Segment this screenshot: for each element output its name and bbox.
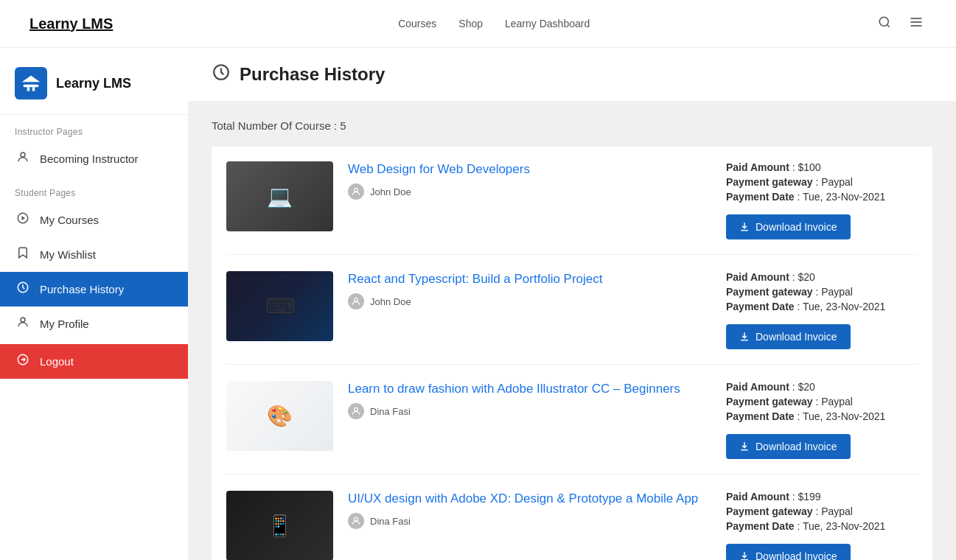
course-info: Web Design for Web Developers John Doe xyxy=(348,161,711,239)
svg-rect-7 xyxy=(27,87,30,91)
course-info: UI/UX design with Adobe XD: Design & Pro… xyxy=(348,491,711,560)
play-icon xyxy=(15,211,31,228)
svg-rect-5 xyxy=(24,85,39,88)
payment-gateway-line: Payment gateway : Paypal xyxy=(726,505,918,517)
svg-point-9 xyxy=(21,153,25,157)
svg-point-19 xyxy=(355,517,358,521)
courses-list: 💻 Web Design for Web Developers John Doe… xyxy=(212,147,932,560)
top-nav-logo[interactable]: Learny LMS xyxy=(29,15,113,32)
my-courses-label: My Courses xyxy=(40,214,99,226)
course-title[interactable]: React and Typescript: Build a Portfolio … xyxy=(348,271,711,287)
svg-marker-11 xyxy=(22,216,26,220)
author-name: Dina Fasi xyxy=(370,516,411,527)
payment-date-line: Payment Date : Tue, 23-Nov-2021 xyxy=(726,410,918,422)
becoming-instructor-label: Becoming Instructor xyxy=(40,153,138,165)
header-history-icon xyxy=(212,63,231,86)
course-author: Dina Fasi xyxy=(348,403,711,419)
nav-dashboard[interactable]: Learny Dashboard xyxy=(505,18,590,29)
nav-courses[interactable]: Courses xyxy=(398,18,436,29)
svg-line-1 xyxy=(887,24,889,27)
top-navigation: Learny LMS Courses Shop Learny Dashboard xyxy=(0,0,956,48)
download-invoice-button[interactable]: Download Invoice xyxy=(726,434,851,459)
author-name: John Doe xyxy=(370,186,411,197)
course-title[interactable]: Learn to draw fashion with Adobe Illustr… xyxy=(348,381,711,397)
author-name: John Doe xyxy=(370,296,411,307)
sidebar-item-my-courses[interactable]: My Courses xyxy=(0,203,188,237)
svg-point-17 xyxy=(355,298,358,301)
paid-amount-line: Paid Amount : $20 xyxy=(726,271,918,283)
course-payment: Paid Amount : $20 Payment gateway : Payp… xyxy=(711,381,918,459)
sidebar: Learny LMS Instructor Pages Becoming Ins… xyxy=(0,48,188,560)
instructor-pages-label: Instructor Pages xyxy=(0,115,188,141)
sidebar-item-my-profile[interactable]: My Profile xyxy=(0,307,188,341)
course-info: React and Typescript: Build a Portfolio … xyxy=(348,271,711,349)
search-button[interactable] xyxy=(875,13,894,35)
course-thumbnail: 🎨 xyxy=(226,381,333,451)
bookmark-icon xyxy=(15,246,31,263)
paid-amount-line: Paid Amount : $20 xyxy=(726,381,918,393)
content-header-title: Purchase History xyxy=(240,64,385,85)
sidebar-brand: Learny LMS xyxy=(0,55,188,115)
nav-shop[interactable]: Shop xyxy=(458,18,483,29)
course-card: 📱 UI/UX design with Adobe XD: Design & P… xyxy=(226,476,918,560)
course-card: 🎨 Learn to draw fashion with Adobe Illus… xyxy=(226,366,918,475)
sidebar-item-becoming-instructor[interactable]: Becoming Instructor xyxy=(0,141,188,176)
svg-point-0 xyxy=(879,17,888,26)
person-icon xyxy=(15,150,31,167)
course-thumbnail: 📱 xyxy=(226,491,333,560)
sidebar-item-logout[interactable]: Logout xyxy=(0,344,188,379)
paid-amount-line: Paid Amount : $100 xyxy=(726,161,918,173)
logout-label: Logout xyxy=(40,355,74,368)
sidebar-item-purchase-history[interactable]: Purchase History xyxy=(0,272,188,307)
top-nav-icons xyxy=(875,12,927,36)
logout-icon xyxy=(15,353,31,370)
author-avatar xyxy=(348,183,364,200)
course-thumbnail: ⌨ xyxy=(226,271,333,341)
content-header: Purchase History xyxy=(188,48,956,102)
payment-date-line: Payment Date : Tue, 23-Nov-2021 xyxy=(726,191,918,203)
course-author: John Doe xyxy=(348,183,711,200)
payment-gateway-line: Payment gateway : Paypal xyxy=(726,286,918,298)
course-payment: Paid Amount : $20 Payment gateway : Payp… xyxy=(711,271,918,349)
svg-marker-6 xyxy=(22,76,41,83)
main-content: Purchase History Total Number Of Course … xyxy=(188,48,956,560)
content-body: Total Number Of Course : 5 💻 Web Design … xyxy=(188,102,956,560)
svg-point-18 xyxy=(355,407,358,411)
author-avatar xyxy=(348,403,364,419)
top-nav-links: Courses Shop Learny Dashboard xyxy=(398,18,590,29)
total-count: Total Number Of Course : 5 xyxy=(212,119,932,132)
my-wishlist-label: My Wishlist xyxy=(40,248,96,261)
course-payment: Paid Amount : $199 Payment gateway : Pay… xyxy=(711,491,918,560)
course-card: 💻 Web Design for Web Developers John Doe… xyxy=(226,147,918,255)
download-invoice-button[interactable]: Download Invoice xyxy=(726,214,851,239)
course-info: Learn to draw fashion with Adobe Illustr… xyxy=(348,381,711,459)
svg-point-13 xyxy=(21,318,25,322)
main-layout: Learny LMS Instructor Pages Becoming Ins… xyxy=(0,48,956,560)
author-name: Dina Fasi xyxy=(370,406,411,417)
course-title[interactable]: UI/UX design with Adobe XD: Design & Pro… xyxy=(348,491,711,507)
course-author: John Doe xyxy=(348,293,711,309)
author-avatar xyxy=(348,293,364,309)
svg-point-16 xyxy=(355,188,358,192)
sidebar-brand-name: Learny LMS xyxy=(56,76,131,91)
payment-gateway-line: Payment gateway : Paypal xyxy=(726,396,918,407)
course-author: Dina Fasi xyxy=(348,513,711,529)
course-payment: Paid Amount : $100 Payment gateway : Pay… xyxy=(711,161,918,239)
my-profile-label: My Profile xyxy=(40,318,89,330)
profile-icon xyxy=(15,315,31,332)
history-icon xyxy=(15,281,31,298)
sidebar-item-my-wishlist[interactable]: My Wishlist xyxy=(0,237,188,272)
course-card: ⌨ React and Typescript: Build a Portfoli… xyxy=(226,256,918,365)
menu-button[interactable] xyxy=(906,12,927,36)
payment-date-line: Payment Date : Tue, 23-Nov-2021 xyxy=(726,520,918,532)
course-title[interactable]: Web Design for Web Developers xyxy=(348,161,711,178)
download-invoice-button[interactable]: Download Invoice xyxy=(726,324,851,349)
student-pages-label: Student Pages xyxy=(0,176,188,203)
paid-amount-line: Paid Amount : $199 xyxy=(726,491,918,503)
svg-rect-8 xyxy=(32,87,35,91)
brand-icon xyxy=(15,67,47,99)
payment-gateway-line: Payment gateway : Paypal xyxy=(726,176,918,188)
author-avatar xyxy=(348,513,364,529)
download-invoice-button[interactable]: Download Invoice xyxy=(726,544,851,560)
course-thumbnail: 💻 xyxy=(226,161,333,231)
